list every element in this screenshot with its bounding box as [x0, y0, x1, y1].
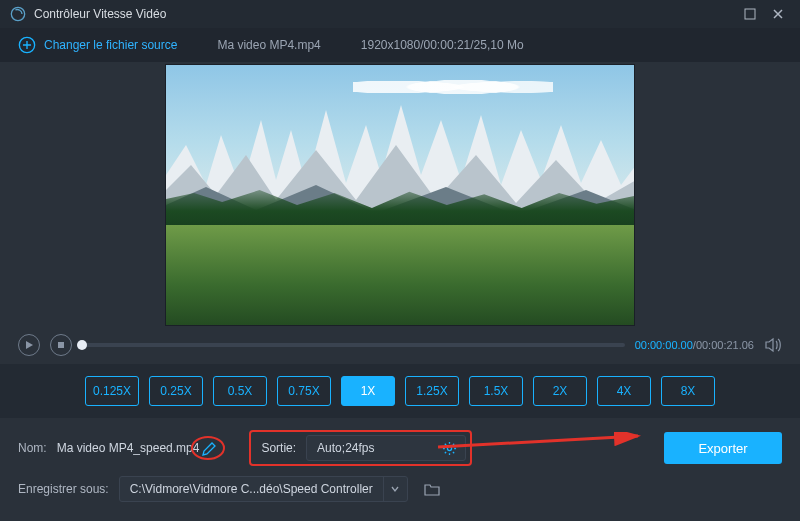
- video-preview[interactable]: [165, 64, 635, 326]
- export-button[interactable]: Exporter: [664, 432, 782, 464]
- path-dropdown-icon[interactable]: [383, 477, 407, 501]
- app-icon: [10, 6, 26, 22]
- name-value: Ma video MP4_speed.mp4: [57, 441, 200, 455]
- source-meta: 1920x1080/00:00:21/25,10 Mo: [361, 38, 524, 52]
- speed-option-1x[interactable]: 1X: [341, 376, 395, 406]
- source-bar: Changer le fichier source Ma video MP4.m…: [0, 28, 800, 62]
- speed-panel: 0.125X0.25X0.5X0.75X1X1.25X1.5X2X4X8X: [0, 364, 800, 418]
- volume-icon[interactable]: [764, 336, 782, 354]
- speed-option-0-25x[interactable]: 0.25X: [149, 376, 203, 406]
- speed-option-8x[interactable]: 8X: [661, 376, 715, 406]
- edit-name-icon[interactable]: [201, 441, 217, 457]
- seek-slider[interactable]: [82, 343, 625, 347]
- settings-gear-icon[interactable]: [434, 441, 465, 456]
- speed-option-0-5x[interactable]: 0.5X: [213, 376, 267, 406]
- source-filename: Ma video MP4.mp4: [217, 38, 320, 52]
- stop-button[interactable]: [50, 334, 72, 356]
- save-path-box: C:\Vidmore\Vidmore C...déo\Speed Control…: [119, 476, 408, 502]
- speed-option-4x[interactable]: 4X: [597, 376, 651, 406]
- svg-rect-3: [58, 342, 64, 348]
- output-label: Sortie:: [255, 441, 306, 455]
- speed-option-0-75x[interactable]: 0.75X: [277, 376, 331, 406]
- change-source-label: Changer le fichier source: [44, 38, 177, 52]
- save-path-value: C:\Vidmore\Vidmore C...déo\Speed Control…: [120, 482, 383, 496]
- seek-thumb[interactable]: [77, 340, 87, 350]
- current-time: 00:00:00.00: [635, 339, 693, 351]
- speed-option-0-125x[interactable]: 0.125X: [85, 376, 139, 406]
- close-button[interactable]: [764, 0, 792, 28]
- save-label: Enregistrer sous:: [18, 482, 109, 496]
- output-group: Sortie: Auto;24fps: [255, 435, 466, 461]
- open-folder-icon[interactable]: [424, 482, 440, 496]
- svg-point-4: [448, 446, 452, 450]
- name-label: Nom:: [18, 441, 47, 455]
- output-value: Auto;24fps: [307, 441, 434, 455]
- playback-controls: 00:00:00.00/00:00:21.06: [0, 326, 800, 364]
- preview-area: [0, 62, 800, 326]
- window-title: Contrôleur Vitesse Vidéo: [34, 7, 736, 21]
- bottom-panel: Nom: Ma video MP4_speed.mp4 Sortie: Auto…: [0, 418, 800, 512]
- speed-options: 0.125X0.25X0.5X0.75X1X1.25X1.5X2X4X8X: [85, 376, 715, 406]
- speed-option-1-25x[interactable]: 1.25X: [405, 376, 459, 406]
- plus-circle-icon: [18, 36, 36, 54]
- total-time: 00:00:21.06: [696, 339, 754, 351]
- speed-option-1-5x[interactable]: 1.5X: [469, 376, 523, 406]
- save-row: Enregistrer sous: C:\Vidmore\Vidmore C..…: [18, 476, 782, 502]
- svg-rect-1: [745, 9, 755, 19]
- change-source-button[interactable]: Changer le fichier source: [18, 36, 177, 54]
- time-display: 00:00:00.00/00:00:21.06: [635, 339, 754, 351]
- play-button[interactable]: [18, 334, 40, 356]
- output-box: Auto;24fps: [306, 435, 466, 461]
- minimize-button[interactable]: [736, 0, 764, 28]
- speed-option-2x[interactable]: 2X: [533, 376, 587, 406]
- name-row: Nom: Ma video MP4_speed.mp4 Sortie: Auto…: [18, 432, 782, 464]
- titlebar: Contrôleur Vitesse Vidéo: [0, 0, 800, 28]
